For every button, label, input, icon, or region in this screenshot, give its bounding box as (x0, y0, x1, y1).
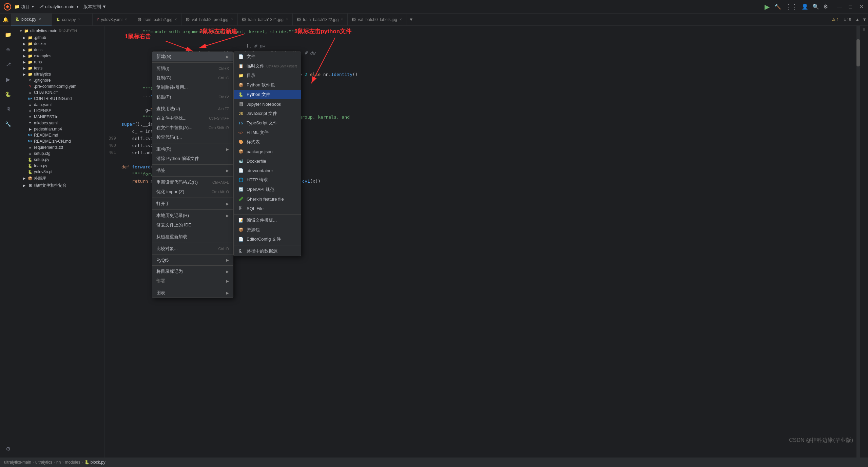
tab-train-batch2[interactable]: 🖼 train_batch2.jpg ✕ (133, 14, 181, 26)
tree-item-yolov8[interactable]: 🐍 yolov8n.pt (16, 169, 104, 175)
tree-item-contributing[interactable]: M+ CONTRIBUTING.md (16, 96, 104, 102)
context-menu-item-cut[interactable]: 剪切(I) Ctrl+X (152, 64, 233, 73)
sidebar-icon-project[interactable]: 📁 (2, 28, 14, 41)
tree-item-trian[interactable]: 🐍 trian.py (16, 163, 104, 169)
version-control-dropdown[interactable]: 版本控制 ▼ (83, 4, 107, 10)
tab-val-batch2-pred[interactable]: 🖼 val_batch2_pred.jpg ✕ (181, 14, 237, 26)
tree-item-tests[interactable]: ▶ 📁 tests (16, 65, 104, 71)
tree-item-ultralytics[interactable]: ▶ 📁 ultralytics (16, 71, 104, 77)
context-menu-item-diagram[interactable]: 图表 ▶ (152, 288, 233, 298)
context-menu-item-fix-ide[interactable]: 修复文件上的 IDE (152, 220, 233, 230)
tab-block-py[interactable]: 🐍 block.py ✕ (11, 14, 52, 26)
branch-dropdown[interactable]: ⎇ ultralytics-main ▼ (39, 4, 79, 9)
breadcrumb-item-root[interactable]: ultralytics-main (4, 460, 31, 465)
context-menu-item-pyqt5[interactable]: PyQt5 ▶ (152, 256, 233, 264)
editor-scrollbar[interactable] (856, 26, 860, 458)
tree-item-github[interactable]: ▶ 📁 .github (16, 35, 104, 41)
submenu-item-file[interactable]: 📄 文件 (234, 52, 301, 61)
search-button[interactable]: 🔍 (812, 3, 819, 10)
context-menu-item-inspect-code[interactable]: 检查代码(I)... (152, 133, 233, 142)
context-menu-item-replace-in-files[interactable]: 在文件中替换(A)... Ctrl+Shift+R (152, 123, 233, 133)
context-menu-item-local-history[interactable]: 本地历史记录(H) ▶ (152, 211, 233, 220)
submenu-item-html-file[interactable]: </> HTML 文件 (234, 128, 301, 137)
submenu-item-temp-file[interactable]: 📋 临时文件 Ctrl+Alt+Shift+Insert (234, 61, 301, 71)
tree-item-examples[interactable]: ▶ 📁 examples (16, 53, 104, 59)
context-menu-item-find-usages[interactable]: 查找用法(U) Alt+F7 (152, 104, 233, 114)
sidebar-icon-commit[interactable]: ⊕ (2, 43, 14, 56)
accounts-button[interactable]: 👤 (802, 3, 808, 10)
submenu-item-ts-file[interactable]: TS TypeScript 文件 (234, 118, 301, 128)
tree-item-docs[interactable]: ▶ 📁 docs (16, 47, 104, 53)
context-menu-item-paste[interactable]: 粘贴(P) Ctrl+V (152, 92, 233, 102)
breadcrumb-item-nn[interactable]: nn (56, 460, 61, 465)
context-menu-item-refactor[interactable]: 重构(R) ▶ (152, 144, 233, 154)
tree-item-temp-files[interactable]: ▶ ⊞ 临时文件和控制台 (16, 182, 104, 189)
context-menu-item-clear-pyc[interactable]: 清除 Python 编译文件 (152, 154, 233, 163)
more-button[interactable]: ⋮⋮ (785, 3, 797, 11)
tab-train-batch1321[interactable]: 🖼 train_batch1321.jpg ✕ (238, 14, 293, 26)
sidebar-icon-database[interactable]: 🗄 (2, 103, 14, 115)
submenu-item-http-request[interactable]: 🌐 HTTP 请求 (234, 175, 301, 185)
warnings-count[interactable]: ⚠ 1 (829, 17, 842, 22)
info-count[interactable]: ℹ 15 (842, 17, 854, 22)
tree-item-docker[interactable]: ▶ 📁 docker (16, 41, 104, 47)
tree-item-manifest[interactable]: ≡ MANIFEST.in (16, 114, 104, 120)
tree-item-requirements[interactable]: ≡ requirements.txt (16, 144, 104, 150)
tab-close-conv[interactable]: ✕ (78, 18, 80, 21)
minimize-button[interactable]: — (835, 3, 844, 11)
context-menu-item-mark-dir[interactable]: 将目录标记为 ▶ (152, 267, 233, 276)
context-menu-item-compare[interactable]: 比较对象... Ctrl+D (152, 244, 233, 253)
code-editor[interactable]: """module with arguments ch_in, ch_out, … (104, 26, 860, 458)
tab-close-img2[interactable]: ✕ (231, 18, 233, 21)
more-tabs-button[interactable]: ▼ (406, 17, 416, 22)
submenu-item-datasource[interactable]: 🗄 路径中的数据源 (234, 246, 301, 256)
submenu-item-editorconfig[interactable]: 📄 EditorConfig 文件 (234, 235, 301, 244)
tree-item-citation[interactable]: ≡ CITATION.cff (16, 89, 104, 96)
tab-close-img3[interactable]: ✕ (286, 18, 288, 21)
tree-item-readme[interactable]: M+ README.md (16, 132, 104, 138)
breadcrumb-item-ultralytics[interactable]: ultralytics (35, 460, 52, 465)
submenu-item-openapi[interactable]: 🔄 OpenAPI 规范 (234, 185, 301, 194)
tab-close-img4[interactable]: ✕ (341, 18, 343, 21)
breadcrumb-item-modules[interactable]: modules (65, 460, 80, 465)
notification-bell[interactable]: 🔔 (0, 17, 11, 22)
context-menu-item-reload[interactable]: 从磁盘重新加载 (152, 232, 233, 242)
submenu-item-stylesheet[interactable]: 🎨 样式表 (234, 137, 301, 147)
sidebar-icon-branch[interactable]: ⎇ (2, 58, 14, 70)
context-menu-item-deploy[interactable]: 部署 ▶ (152, 276, 233, 286)
sidebar-icon-python[interactable]: 🐍 (2, 88, 14, 100)
context-menu-item-bookmarks[interactable]: 书签 ▶ (152, 166, 233, 175)
context-menu-item-reformat[interactable]: 重新设置代码格式(R) Ctrl+Alt+L (152, 178, 233, 187)
submenu-item-devcontainer[interactable]: 📄 .devcontainer (234, 166, 301, 175)
submenu-item-dir[interactable]: 📁 目录 (234, 71, 301, 80)
scrollbar-thumb[interactable] (856, 39, 860, 66)
build-icon[interactable]: 🔨 (774, 3, 781, 10)
tree-item-license[interactable]: ≡ LICENSE (16, 108, 104, 114)
sidebar-icon-settings-bottom[interactable]: ⚙ (2, 443, 14, 455)
submenu-item-resource-bundle[interactable]: 📦 资源包 (234, 225, 301, 235)
tab-yolov8-yaml[interactable]: Y yolov8.yaml ✕ (93, 14, 133, 26)
right-sidebar-icon-1[interactable]: ≡ (863, 27, 865, 32)
tab-close-block[interactable]: ✕ (38, 17, 41, 21)
tab-close-img1[interactable]: ✕ (174, 18, 177, 21)
tree-item-setup-cfg[interactable]: ≡ setup.cfg (16, 150, 104, 157)
settings-icon[interactable]: ⚙ (823, 3, 828, 10)
tree-item-data-yaml[interactable]: ≡ data.yaml (16, 102, 104, 108)
tree-item-pedestrian[interactable]: ▶ pedestrian.mp4 (16, 126, 104, 132)
submenu-item-edit-templates[interactable]: 📝 编辑文件模板... (234, 216, 301, 225)
run-button[interactable]: ▶ (765, 3, 770, 11)
sidebar-icon-run2[interactable]: ▶ (2, 73, 14, 85)
context-menu-item-copy-path[interactable]: 复制路径/引用... (152, 83, 233, 92)
submenu-item-python-file[interactable]: 🐍 Python 文件 (234, 90, 301, 99)
tree-item-setup-py[interactable]: 🐍 setup.py (16, 157, 104, 163)
restore-button[interactable]: □ (846, 3, 854, 11)
tab-close-img5[interactable]: ✕ (399, 18, 402, 21)
submenu-item-gherkin[interactable]: 🥒 Gherkin feature file (234, 194, 301, 204)
context-menu-item-open-in[interactable]: 打开于 ▶ (152, 199, 233, 208)
close-button[interactable]: ✕ (857, 3, 865, 11)
tab-conv-py[interactable]: 🐍 conv.py ✕ (52, 14, 93, 26)
submenu-item-js-file[interactable]: JS JavaScript 文件 (234, 109, 301, 118)
context-menu-item-new[interactable]: 新建(N) ▶ (152, 52, 233, 61)
chevron-up-button[interactable]: ▲ (854, 17, 861, 22)
breadcrumb-item-blockpy[interactable]: 🐍block.py (84, 460, 105, 465)
